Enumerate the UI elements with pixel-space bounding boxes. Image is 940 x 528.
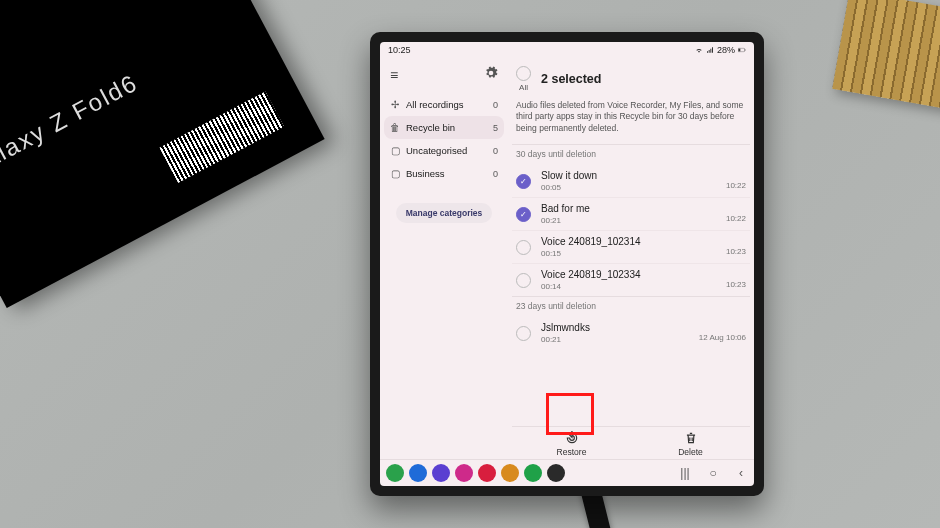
sidebar-item-recycle-bin[interactable]: 🗑 Recycle bin 5 — [384, 116, 504, 139]
sidebar-item-count: 0 — [493, 100, 498, 110]
select-all-checkbox[interactable] — [516, 66, 531, 81]
folder-icon: ▢ — [390, 145, 400, 156]
delete-label: Delete — [678, 447, 703, 457]
restore-button[interactable]: Restore — [512, 431, 631, 457]
recycle-info-text: Audio files deleted from Voice Recorder,… — [512, 100, 750, 144]
item-checkbox[interactable] — [516, 240, 531, 255]
item-name: Jslmwndks — [541, 322, 590, 333]
list-item[interactable]: ✓ Bad for me 00:21 10:22 — [512, 197, 750, 230]
dock-app[interactable] — [478, 464, 496, 482]
list-item[interactable]: Voice 240819_102334 00:14 10:23 — [512, 263, 750, 296]
item-name: Slow it down — [541, 170, 597, 181]
battery-icon — [738, 46, 746, 54]
sidebar-item-label: Uncategorised — [406, 145, 467, 156]
taskbar: ||| ○ ‹ — [380, 459, 754, 486]
item-checkbox[interactable] — [516, 326, 531, 341]
group-header-30: 30 days until deletion — [512, 144, 750, 165]
item-name: Voice 240819_102314 — [541, 236, 641, 247]
item-time: 10:23 — [726, 247, 746, 258]
item-duration: 00:05 — [541, 183, 597, 192]
status-bar: 10:25 28% — [380, 42, 754, 58]
wifi-icon — [695, 46, 703, 54]
dock-app[interactable] — [409, 464, 427, 482]
sidebar-item-uncategorised[interactable]: ▢ Uncategorised 0 — [384, 139, 504, 162]
menu-icon[interactable]: ≡ — [390, 67, 398, 83]
item-checkbox[interactable]: ✓ — [516, 174, 531, 189]
item-checkbox[interactable]: ✓ — [516, 207, 531, 222]
item-duration: 00:14 — [541, 282, 641, 291]
barcode — [159, 91, 284, 183]
settings-icon[interactable] — [484, 66, 498, 83]
nav-home[interactable]: ○ — [706, 466, 720, 480]
folder-icon: ▢ — [390, 168, 400, 179]
status-time: 10:25 — [388, 45, 411, 55]
dock-app[interactable] — [386, 464, 404, 482]
item-duration: 00:21 — [541, 335, 590, 344]
svg-rect-1 — [738, 49, 740, 52]
dock-app[interactable] — [547, 464, 565, 482]
delete-button[interactable]: Delete — [631, 431, 750, 457]
item-name: Voice 240819_102334 — [541, 269, 641, 280]
item-duration: 00:21 — [541, 216, 590, 225]
shuffle-icon: ✢ — [390, 99, 400, 110]
dock-app[interactable] — [524, 464, 542, 482]
screen: 10:25 28% ≡ ✢ All recordings — [380, 42, 754, 486]
device-frame: 10:25 28% ≡ ✢ All recordings — [370, 32, 764, 496]
list-item[interactable]: ✓ Slow it down 00:05 10:22 — [512, 165, 750, 197]
selection-count: 2 selected — [541, 72, 601, 86]
dock-app[interactable] — [432, 464, 450, 482]
dock-app[interactable] — [501, 464, 519, 482]
dock-app[interactable] — [455, 464, 473, 482]
action-bar: Restore Delete — [512, 426, 750, 459]
sidebar-item-business[interactable]: ▢ Business 0 — [384, 162, 504, 185]
svg-rect-2 — [745, 49, 746, 50]
sidebar-item-label: Recycle bin — [406, 122, 455, 133]
list-item[interactable]: Jslmwndks 00:21 12 Aug 10:06 — [512, 317, 750, 349]
restore-label: Restore — [557, 447, 587, 457]
sidebar-item-count: 0 — [493, 169, 498, 179]
nav-back[interactable]: ‹ — [734, 466, 748, 480]
item-duration: 00:15 — [541, 249, 641, 258]
item-time: 10:22 — [726, 181, 746, 192]
list-item[interactable]: Voice 240819_102314 00:15 10:23 — [512, 230, 750, 263]
sidebar-item-label: Business — [406, 168, 445, 179]
sidebar-item-count: 0 — [493, 146, 498, 156]
sidebar-item-all-recordings[interactable]: ✢ All recordings 0 — [384, 93, 504, 116]
item-time: 10:22 — [726, 214, 746, 225]
trash-icon: 🗑 — [390, 122, 400, 133]
sidebar-item-label: All recordings — [406, 99, 464, 110]
product-box-label: Galaxy Z Fold6 — [0, 69, 143, 183]
manage-categories-button[interactable]: Manage categories — [396, 203, 493, 223]
sidebar: ≡ ✢ All recordings 0 🗑 Recycle bin 5 ▢ — [380, 58, 508, 459]
select-all-label: All — [519, 83, 528, 92]
item-time: 12 Aug 10:06 — [699, 333, 746, 344]
item-name: Bad for me — [541, 203, 590, 214]
group-header-23: 23 days until deletion — [512, 296, 750, 317]
trash-icon — [684, 431, 698, 445]
item-time: 10:23 — [726, 280, 746, 291]
signal-icon — [706, 46, 714, 54]
status-battery: 28% — [717, 45, 735, 55]
content-pane: All 2 selected Audio files deleted from … — [508, 58, 754, 459]
item-checkbox[interactable] — [516, 273, 531, 288]
restore-icon — [565, 431, 579, 445]
sidebar-item-count: 5 — [493, 123, 498, 133]
nav-recents[interactable]: ||| — [678, 466, 692, 480]
